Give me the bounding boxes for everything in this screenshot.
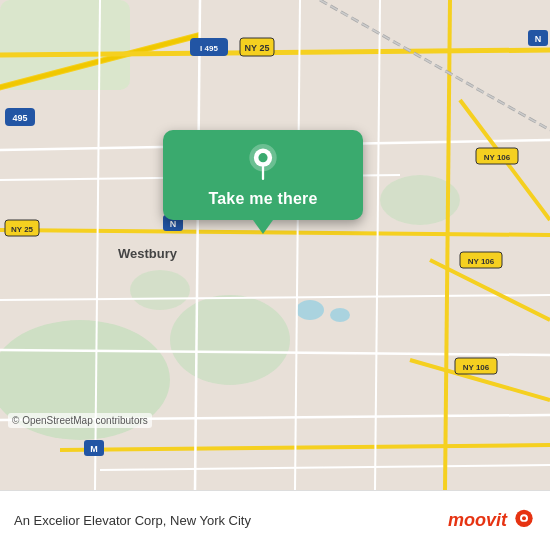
svg-point-6 (296, 300, 324, 320)
svg-point-52 (258, 153, 267, 162)
location-text: An Excelior Elevator Corp, New York City (14, 513, 440, 528)
svg-point-7 (330, 308, 350, 322)
svg-text:I 495: I 495 (200, 44, 218, 53)
svg-text:NY 25: NY 25 (245, 43, 270, 53)
svg-text:495: 495 (12, 113, 27, 123)
map-container: 495 I 495 NY 25 N NY 25 NY 106 NY 106 NY… (0, 0, 550, 490)
svg-text:NY 106: NY 106 (468, 257, 495, 266)
svg-text:N: N (535, 34, 542, 44)
svg-rect-4 (0, 0, 130, 90)
moovit-pin-icon (512, 509, 536, 533)
svg-point-2 (170, 295, 290, 385)
moovit-text: moovit (448, 510, 507, 531)
osm-credit-text: © OpenStreetMap contributors (12, 415, 148, 426)
popup-label: Take me there (208, 190, 317, 208)
moovit-logo: moovit (448, 509, 536, 533)
svg-text:Westbury: Westbury (118, 246, 178, 261)
svg-point-3 (130, 270, 190, 310)
svg-text:M: M (90, 444, 98, 454)
svg-text:NY 106: NY 106 (484, 153, 511, 162)
osm-credit: © OpenStreetMap contributors (8, 413, 152, 428)
svg-text:NY 106: NY 106 (463, 363, 490, 372)
bottom-bar: An Excelior Elevator Corp, New York City… (0, 490, 550, 550)
svg-text:NY 25: NY 25 (11, 225, 34, 234)
take-me-there-popup[interactable]: Take me there (163, 130, 363, 220)
svg-point-56 (522, 516, 526, 520)
pin-icon (244, 144, 282, 182)
svg-text:N: N (170, 219, 177, 229)
